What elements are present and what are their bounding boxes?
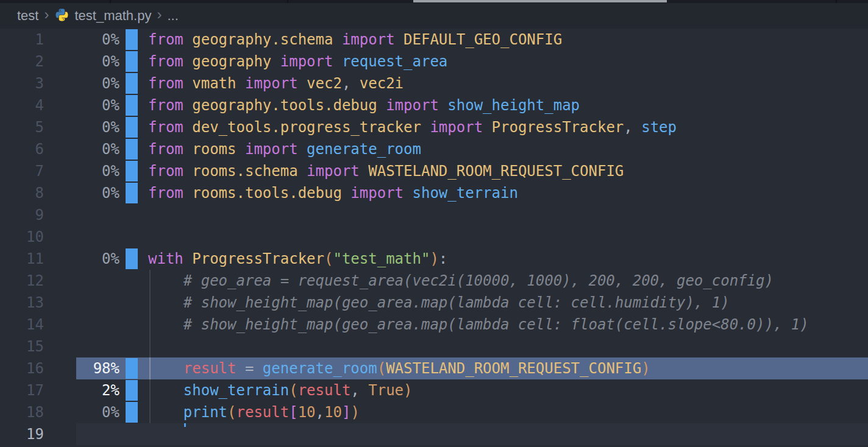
line-number[interactable]: 7 [0,160,44,182]
code-line[interactable]: from rooms import generate_room [148,138,868,160]
token: vec2i [360,75,404,92]
code-line[interactable]: from rooms.tools.debug import show_terra… [148,182,868,204]
code-row[interactable]: 172% show_terrain(result, True) [0,379,868,401]
code-row[interactable]: 110%with ProgressTracker("test_math"): [0,248,868,270]
line-number[interactable]: 13 [0,292,44,314]
token: 10 [298,404,316,421]
code-row[interactable]: 10%from geography.schema import DEFAULT_… [0,29,868,51]
token: import [245,141,307,158]
code-line[interactable]: from vmath import vec2, vec2i [148,72,868,94]
code-line[interactable]: from rooms.schema import WASTELAND_ROOM_… [148,160,868,182]
coverage-percent: 0% [44,94,119,116]
gutter-decoration-column [119,423,148,445]
code-row[interactable]: 70%from rooms.schema import WASTELAND_RO… [0,160,868,182]
breadcrumb-item-file[interactable]: test_math.py [74,8,151,24]
code-row[interactable]: 40%from geography.tools.debug import sho… [0,94,868,116]
token: [ [289,404,297,421]
token: from [148,75,192,92]
gutter-decoration-column [119,72,148,94]
code-row[interactable]: 50%from dev_tools.progress_tracker impor… [0,116,868,138]
gutter-decoration-column [119,401,148,423]
code-line[interactable]: from dev_tools.progress_tracker import P… [148,116,868,138]
line-number[interactable]: 17 [0,379,44,401]
code-row[interactable]: 13 # show_height_map(geo_area.map(lambda… [0,292,868,314]
code-row[interactable]: 10 [0,226,868,248]
token: print [183,404,227,421]
code-line[interactable]: show_terrain(result, True) [148,379,868,401]
token: rooms.schema [192,163,307,180]
code-line[interactable]: # show_height_map(geo_area.map(lambda ce… [148,292,868,314]
token: result [183,360,237,377]
line-number[interactable]: 9 [0,204,44,226]
gutter-decoration-column [119,336,148,357]
line-number[interactable]: 6 [0,138,44,160]
gutter-decoration-column [119,292,148,314]
token: import [342,31,404,48]
code-row-highlighted[interactable]: 1698% result = generate_room(WASTELAND_R… [0,357,868,379]
code-row[interactable]: 60%from rooms import generate_room [0,138,868,160]
token: 10 [324,404,342,421]
tab-scrollbar-thumb[interactable] [413,0,667,2]
code-line[interactable]: from geography.tools.debug import show_h… [148,94,868,116]
code-row[interactable]: 20%from geography import request_area [0,51,868,72]
token [148,360,183,377]
token: : [439,250,447,267]
line-number[interactable]: 1 [0,29,44,51]
code-line[interactable]: with ProgressTracker("test_math"): [148,248,868,270]
line-number[interactable]: 3 [0,72,44,94]
code-line[interactable] [148,204,868,226]
code-row[interactable]: 14 # show_height_map(geo_area.map(lambda… [0,314,868,336]
line-number[interactable]: 4 [0,94,44,116]
code-line[interactable] [148,336,868,357]
line-number[interactable]: 14 [0,314,44,336]
code-row[interactable]: 15 [0,336,868,357]
coverage-percent [44,226,119,248]
token: ProgressTracker [192,250,324,267]
code-row[interactable]: 12 # geo_area = request_area(vec2i(10000… [0,270,868,292]
token: geography [192,53,280,70]
coverage-percent [44,292,119,314]
code-line[interactable]: from geography.schema import DEFAULT_GEO… [148,29,868,51]
code-line[interactable]: # show_height_map(geo_area.map(lambda ce… [148,314,868,336]
line-number[interactable]: 11 [0,248,44,270]
token: ProgressTracker [492,119,624,136]
line-number[interactable]: 18 [0,401,44,423]
code-line[interactable] [148,423,868,445]
code-line[interactable]: result = generate_room(WASTELAND_ROOM_RE… [148,357,868,379]
token: import [430,119,491,136]
code-row[interactable]: 180% print(result[10,10]) [0,401,868,423]
coverage-percent: 0% [44,182,119,204]
code-line[interactable]: from geography import request_area [148,51,868,72]
gutter-decoration-column [119,51,148,72]
breadcrumb-item-folder[interactable]: test [17,8,38,24]
breadcrumb-symbol[interactable]: ... [167,8,178,24]
code-line[interactable]: print(result[10,10]) [148,401,868,423]
coverage-percent: 0% [44,160,119,182]
code-row[interactable]: 9 [0,204,868,226]
code-editor[interactable]: 10%from geography.schema import DEFAULT_… [0,29,868,445]
token: WASTELAND_ROOM_REQUEST_CONFIG [386,360,641,377]
chevron-right-icon: › [38,6,54,23]
line-number[interactable]: 5 [0,116,44,138]
token: vec2 [307,75,342,92]
line-number[interactable]: 19 [0,423,44,445]
line-number[interactable]: 12 [0,270,44,292]
gutter-decoration-column [119,248,148,270]
token: step [641,119,677,136]
code-line[interactable]: # geo_area = request_area(vec2i(10000, 1… [148,270,868,292]
token [148,382,183,399]
code-row[interactable]: 80%from rooms.tools.debug import show_te… [0,182,868,204]
coverage-indicator [126,183,138,203]
line-number[interactable]: 15 [0,336,44,357]
line-number[interactable]: 16 [0,357,44,379]
token: generate_room [307,141,421,158]
line-number[interactable]: 10 [0,226,44,248]
token: import [350,185,412,202]
code-row[interactable]: 30%from vmath import vec2, vec2i [0,72,868,94]
token: with [148,250,192,267]
line-number[interactable]: 8 [0,182,44,204]
line-number[interactable]: 2 [0,51,44,72]
code-line[interactable] [148,226,868,248]
coverage-indicator [126,402,138,423]
code-row[interactable]: 19 [0,423,868,445]
